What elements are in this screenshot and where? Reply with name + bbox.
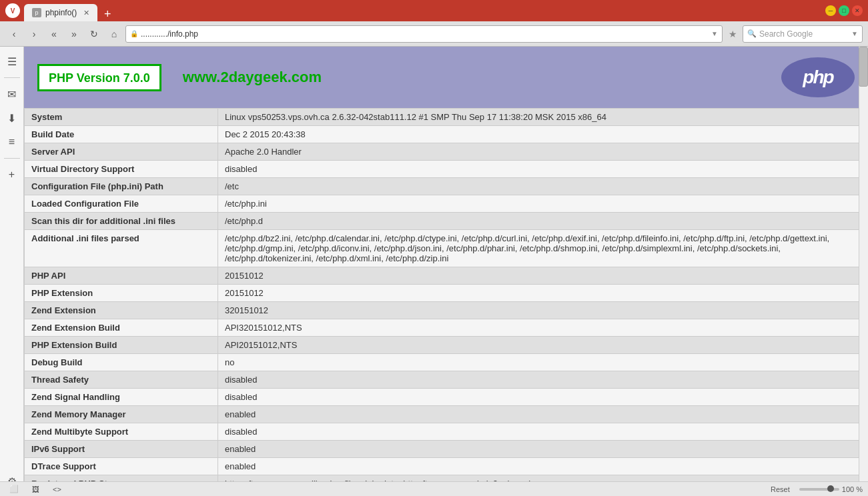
scrollbar-thumb[interactable] — [859, 47, 868, 87]
row-key: Zend Memory Manager — [25, 406, 218, 423]
row-key: Virtual Directory Support — [25, 161, 218, 178]
table-row: Build DateDec 2 2015 20:43:38 — [25, 126, 868, 143]
lock-icon: 🔒 — [130, 30, 138, 37]
browser-titlebar: V p phpinfo() ✕ + ─ □ ✕ — [0, 0, 868, 21]
row-value: enabled — [218, 441, 868, 458]
address-bar[interactable]: 🔒 ............/info.php ▼ — [125, 25, 723, 43]
php-version-box: PHP Version 7.0.0 — [37, 64, 161, 91]
back-button[interactable]: ‹ — [5, 25, 23, 43]
row-key: Configuration File (php.ini) Path — [25, 178, 218, 195]
row-value: API320151012,NTS — [218, 319, 868, 337]
table-row: Thread Safetydisabled — [25, 371, 868, 389]
row-value: API20151012,NTS — [218, 337, 868, 354]
table-row: Loaded Configuration File/etc/php.ini — [25, 195, 868, 213]
new-tab-button[interactable]: + — [100, 7, 115, 21]
search-icon: 🔍 — [747, 29, 757, 38]
scrollbar[interactable] — [859, 47, 868, 496]
status-page-button[interactable]: ⬜ — [5, 484, 23, 494]
row-key: System — [25, 109, 218, 126]
tab-close-button[interactable]: ✕ — [83, 9, 89, 17]
sidebar-icon-menu[interactable]: ☰ — [3, 52, 21, 71]
row-key: Zend Signal Handling — [25, 389, 218, 406]
table-row: Debug Buildno — [25, 354, 868, 371]
table-row: Additional .ini files parsed/etc/php.d/b… — [25, 230, 868, 267]
row-key: Zend Extension Build — [25, 319, 218, 337]
table-row: PHP Extension BuildAPI20151012,NTS — [25, 337, 868, 354]
home-button[interactable]: ⌂ — [105, 25, 123, 43]
tab-bar: p phpinfo() ✕ + — [24, 0, 821, 21]
row-key: Build Date — [25, 126, 218, 143]
table-row: Zend Memory Managerenabled — [25, 406, 868, 423]
row-value: 320151012 — [218, 302, 868, 319]
skip-forward-button[interactable]: » — [65, 25, 83, 43]
zoom-slider[interactable] — [799, 488, 839, 491]
table-row: PHP API20151012 — [25, 267, 868, 285]
forward-button[interactable]: › — [25, 25, 43, 43]
maximize-button[interactable]: □ — [839, 5, 849, 16]
row-value: no — [218, 354, 868, 371]
table-row: Configuration File (php.ini) Path/etc — [25, 178, 868, 195]
search-dropdown-arrow[interactable]: ▼ — [851, 30, 858, 37]
sidebar-icon-mail[interactable]: ✉ — [3, 85, 21, 103]
status-image-button[interactable]: 🖼 — [28, 485, 43, 494]
row-value: 20151012 — [218, 267, 868, 285]
row-value: disabled — [218, 389, 868, 406]
table-row: PHP Extension20151012 — [25, 285, 868, 302]
row-key: PHP API — [25, 267, 218, 285]
row-key: Additional .ini files parsed — [25, 230, 218, 267]
row-key: PHP Extension Build — [25, 337, 218, 354]
address-dropdown-arrow[interactable]: ▼ — [711, 30, 718, 37]
php-version-label: PHP Version 7.0.0 — [49, 71, 150, 85]
row-key: Zend Multibyte Support — [25, 423, 218, 441]
main-layout: ☰ ✉ ⬇ ≡ + ⚙ PHP Version 7.0.0 www.2dayge… — [0, 47, 868, 496]
row-key: Zend Extension — [25, 302, 218, 319]
php-logo-text: php — [803, 67, 833, 88]
browser-logo: V — [5, 3, 20, 18]
row-value: Linux vps50253.vps.ovh.ca 2.6.32-042stab… — [218, 109, 868, 126]
minimize-button[interactable]: ─ — [825, 5, 836, 16]
skip-back-button[interactable]: « — [45, 25, 63, 43]
row-key: Scan this dir for additional .ini files — [25, 213, 218, 230]
address-text: ............/info.php — [141, 29, 709, 39]
refresh-button[interactable]: ↻ — [85, 25, 103, 43]
active-tab[interactable]: p phpinfo() ✕ — [24, 4, 97, 21]
row-key: Thread Safety — [25, 371, 218, 389]
reset-button[interactable]: Reset — [767, 485, 794, 494]
table-row: Server APIApache 2.0 Handler — [25, 143, 868, 161]
window-controls: ─ □ ✕ — [825, 5, 863, 16]
table-row: IPv6 Supportenabled — [25, 441, 868, 458]
sidebar-icon-add[interactable]: + — [3, 165, 21, 184]
table-row: SystemLinux vps50253.vps.ovh.ca 2.6.32-0… — [25, 109, 868, 126]
table-row: Virtual Directory Supportdisabled — [25, 161, 868, 178]
sidebar-icon-download[interactable]: ⬇ — [3, 109, 21, 127]
table-row: Scan this dir for additional .ini files/… — [25, 213, 868, 230]
status-code-button[interactable]: <> — [49, 485, 65, 494]
row-value: disabled — [218, 371, 868, 389]
zoom-thumb[interactable] — [827, 485, 834, 492]
navigation-bar: ‹ › « » ↻ ⌂ 🔒 ............/info.php ▼ ★ … — [0, 21, 868, 47]
zoom-label: 100 % — [842, 485, 863, 493]
table-row: Zend Extension BuildAPI320151012,NTS — [25, 319, 868, 337]
status-right: Reset 100 % — [767, 485, 863, 494]
row-key: Debug Build — [25, 354, 218, 371]
row-value: disabled — [218, 423, 868, 441]
tab-favicon: p — [32, 8, 41, 17]
row-value: /etc/php.d — [218, 213, 868, 230]
search-bar[interactable]: 🔍 Search Google ▼ — [743, 25, 863, 43]
bookmark-button[interactable]: ★ — [725, 27, 740, 41]
tab-title: phpinfo() — [45, 8, 77, 17]
row-value: Apache 2.0 Handler — [218, 143, 868, 161]
row-value: /etc/php.d/bz2.ini, /etc/php.d/calendar.… — [218, 230, 868, 267]
close-button[interactable]: ✕ — [852, 5, 863, 16]
row-key: PHP Extension — [25, 285, 218, 302]
phpinfo-table: SystemLinux vps50253.vps.ovh.ca 2.6.32-0… — [24, 108, 868, 496]
zoom-control: 100 % — [799, 485, 863, 493]
sidebar-icon-list[interactable]: ≡ — [3, 133, 21, 151]
sidebar-divider-2 — [4, 158, 20, 159]
row-key: Loaded Configuration File — [25, 195, 218, 213]
row-key: Server API — [25, 143, 218, 161]
row-value: /etc/php.ini — [218, 195, 868, 213]
row-value: enabled — [218, 406, 868, 423]
content-area: PHP Version 7.0.0 www.2daygeek.com php S… — [24, 47, 868, 496]
table-row: Zend Signal Handlingdisabled — [25, 389, 868, 406]
